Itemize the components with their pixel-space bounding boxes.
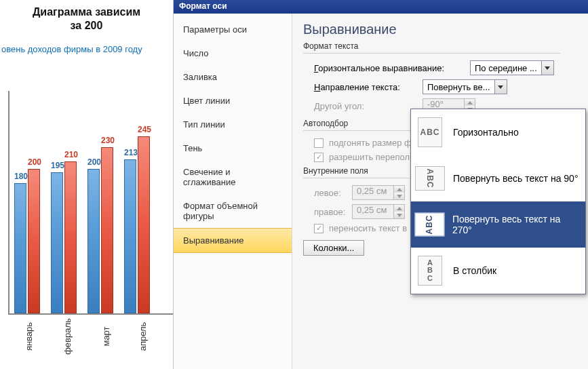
margin-left-value: 0,25 см xyxy=(353,186,393,199)
direction-option-label: Повернуть весь текст на 90° xyxy=(453,173,578,184)
group-text-format: Формат текста xyxy=(303,41,561,54)
xtick-0: январь xyxy=(8,320,49,353)
chart-legend-2009: овень доходов фирмы в 2009 году xyxy=(0,32,173,54)
text-direction-icon: ABC xyxy=(414,213,444,237)
direction-value: Повернуть ве... xyxy=(423,82,494,92)
bar-value-label: 230 xyxy=(96,136,119,145)
sidebar-item-4[interactable]: Тип линии xyxy=(174,113,292,136)
direction-dropdown[interactable]: ABCГоризонтальноABCПовернуть весь текст … xyxy=(410,109,586,294)
text-direction-icon: ABC xyxy=(418,117,442,147)
sidebar-item-8[interactable]: Выравнивание xyxy=(174,228,292,253)
direction-option-3[interactable]: ABCВ столбик xyxy=(411,248,585,294)
chart-title-line1: Диаграмма зависим xyxy=(0,0,173,20)
direction-option-1[interactable]: ABCПовернуть весь текст на 90° xyxy=(411,155,585,201)
xtick-1: февраль xyxy=(47,318,87,355)
margin-right-value: 0,25 см xyxy=(353,205,393,218)
margin-left-label: левое: xyxy=(314,188,352,198)
bar-value-label: 245 xyxy=(133,125,156,134)
autofit-opt1-label: подгонять размер ф xyxy=(329,138,412,148)
autofit-opt1-checkbox xyxy=(314,138,324,148)
wrap-label: переносить текст в xyxy=(329,223,407,233)
halign-value: По середине ... xyxy=(471,63,541,73)
wrap-checkbox: ✓ xyxy=(314,224,324,233)
direction-option-0[interactable]: ABCГоризонтально xyxy=(411,109,585,155)
angle-label: Другой угол: xyxy=(314,101,423,111)
sidebar-item-1[interactable]: Число xyxy=(174,41,292,65)
margin-left-spinner: 0,25 см xyxy=(352,185,405,200)
halign-combo[interactable]: По середине ... xyxy=(470,60,554,75)
columns-button[interactable]: Колонки... xyxy=(303,240,364,256)
autofit-opt2-checkbox: ✓ xyxy=(314,153,324,162)
bar-blue-2: 200 xyxy=(87,169,100,313)
xtick-2: март xyxy=(85,320,126,353)
dialog-title: Формат оси xyxy=(174,0,588,14)
sidebar-item-3[interactable]: Цвет линии xyxy=(174,89,292,113)
chevron-down-icon[interactable] xyxy=(541,61,553,75)
margin-right-spinner: 0,25 см xyxy=(352,204,405,219)
sidebar-item-2[interactable]: Заливка xyxy=(174,65,292,89)
xtick-3: апрель xyxy=(122,320,163,353)
sidebar-item-6[interactable]: Свечение и сглаживание xyxy=(174,160,292,194)
autofit-opt2-label: разрешить перепол xyxy=(329,152,410,162)
chart-pane: Диаграмма зависим за 200 овень доходов ф… xyxy=(0,0,173,369)
sidebar-item-7[interactable]: Формат объемной фигуры xyxy=(174,194,292,228)
dialog-sidebar: Параметры осиЧислоЗаливкаЦвет линииТип л… xyxy=(174,14,292,369)
bar-value-label: 200 xyxy=(23,157,46,167)
direction-option-label: Повернуть весь текст на 270° xyxy=(452,214,579,235)
sidebar-item-0[interactable]: Параметры оси xyxy=(174,18,292,41)
bar-red-0: 200 xyxy=(28,169,40,313)
direction-option-2[interactable]: ABCПовернуть весь текст на 270° xyxy=(411,201,585,248)
chevron-down-icon[interactable] xyxy=(494,80,507,94)
direction-label-u: Н xyxy=(314,82,320,92)
margin-right-label: правое: xyxy=(314,207,352,217)
page-heading: Выравнивание xyxy=(303,19,585,41)
bar-blue-0: 180 xyxy=(14,183,26,313)
direction-combo[interactable]: Повернуть ве... xyxy=(423,79,507,94)
text-direction-icon: ABC xyxy=(418,256,442,286)
text-direction-icon: ABC xyxy=(415,166,445,191)
direction-option-label: В столбик xyxy=(453,265,496,276)
bar-blue-1: 195 xyxy=(51,172,63,313)
bar-red-1: 210 xyxy=(64,161,77,313)
chart-title-line2: за 200 xyxy=(0,20,173,32)
direction-option-label: Горизонтально xyxy=(453,127,519,138)
bar-red-2: 230 xyxy=(101,147,113,313)
bar-red-3: 245 xyxy=(138,136,150,313)
bar-value-label: 210 xyxy=(60,150,83,159)
bar-blue-3: 213 xyxy=(124,159,136,313)
sidebar-item-5[interactable]: Тень xyxy=(174,136,292,160)
